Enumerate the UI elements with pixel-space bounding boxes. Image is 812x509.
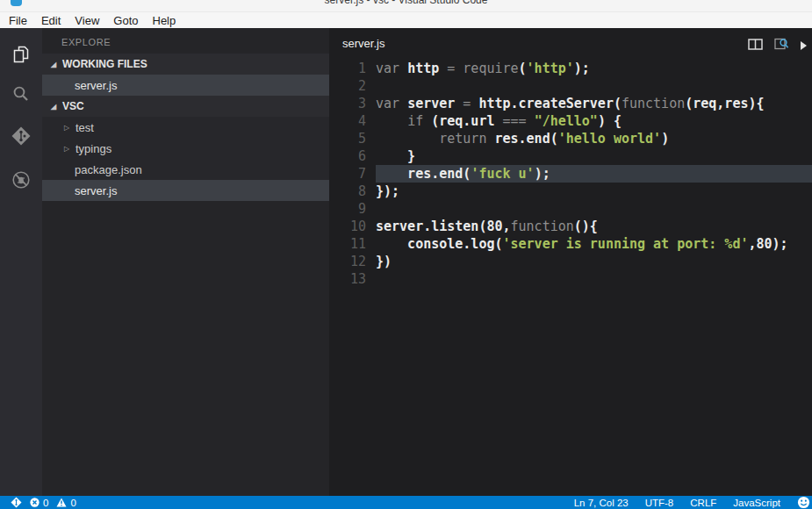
tree-item-label: package.json bbox=[42, 163, 142, 176]
editor-pane: server.js bbox=[329, 28, 812, 496]
line-number: 9 bbox=[329, 200, 376, 218]
cursor-position[interactable]: Ln 7, Col 23 bbox=[574, 498, 629, 508]
code-line-3[interactable]: 3var server = http.createServer(function… bbox=[329, 95, 812, 112]
line-number: 12 bbox=[329, 253, 376, 270]
menu-help[interactable]: Help bbox=[151, 14, 178, 27]
line-content: }) bbox=[376, 253, 812, 270]
section-working-files[interactable]: ◢WORKING FILES bbox=[42, 54, 329, 75]
line-content: } bbox=[376, 147, 812, 165]
code-line-4[interactable]: 4 if (req.url === "/hello") { bbox=[329, 112, 812, 130]
code-line-2[interactable]: 2 bbox=[329, 77, 812, 95]
line-content: console.log('server is running at port: … bbox=[376, 235, 812, 253]
line-content bbox=[376, 270, 812, 288]
line-number: 3 bbox=[329, 95, 376, 112]
warning-icon bbox=[56, 498, 67, 507]
line-number: 13 bbox=[329, 270, 376, 288]
file-tree: ◢WORKING FILESserver.js◢VSC▷test▷typings… bbox=[42, 54, 329, 201]
tree-item-server-js[interactable]: server.js bbox=[42, 75, 329, 96]
line-number: 10 bbox=[329, 218, 376, 235]
git-status-icon[interactable] bbox=[11, 497, 22, 508]
code-area[interactable]: 1var http = require('http');23var server… bbox=[329, 60, 812, 288]
line-content: var server = http.createServer(function(… bbox=[376, 95, 812, 112]
tab-server-js[interactable]: server.js bbox=[342, 37, 384, 50]
line-number: 8 bbox=[329, 183, 376, 200]
main-area: EXPLORE ◢WORKING FILESserver.js◢VSC▷test… bbox=[0, 28, 812, 496]
code-line-9[interactable]: 9 bbox=[329, 200, 812, 218]
tree-item-label: WORKING FILES bbox=[62, 58, 147, 70]
warning-count-label: 0 bbox=[70, 498, 75, 508]
code-line-6[interactable]: 6 } bbox=[329, 147, 812, 165]
line-number: 2 bbox=[329, 77, 376, 95]
preview-search-icon[interactable] bbox=[774, 37, 789, 54]
code-line-5[interactable]: 5 return res.end('hello world') bbox=[329, 130, 812, 147]
line-number: 5 bbox=[329, 130, 376, 147]
chevron-expanded-icon: ◢ bbox=[51, 61, 62, 68]
chevron-collapsed-icon: ▷ bbox=[64, 124, 75, 132]
error-count-label: 0 bbox=[43, 498, 48, 508]
language-indicator[interactable]: JavaScript bbox=[733, 498, 780, 508]
tree-item-label: test bbox=[75, 121, 94, 134]
line-content: res.end('fuck u'); bbox=[376, 165, 812, 183]
menu-edit[interactable]: Edit bbox=[40, 14, 62, 27]
line-content bbox=[376, 200, 812, 218]
tree-item-label: server.js bbox=[42, 184, 117, 197]
tree-item-test[interactable]: ▷test bbox=[42, 117, 329, 138]
tree-item-server-js[interactable]: server.js bbox=[42, 180, 329, 201]
line-content: return res.end('hello world') bbox=[376, 130, 812, 147]
status-bar-left: 0 0 bbox=[11, 496, 76, 509]
vscode-window: server.js - vsc - Visual Studio Code Fil… bbox=[0, 0, 812, 509]
error-icon bbox=[30, 498, 40, 507]
editor-tab-bar: server.js bbox=[329, 28, 812, 60]
line-content: var http = require('http'); bbox=[376, 60, 812, 77]
debug-icon[interactable] bbox=[11, 169, 32, 190]
line-number: 1 bbox=[329, 60, 376, 77]
code-line-7[interactable]: 7 res.end('fuck u'); bbox=[329, 165, 812, 183]
sidebar-title: EXPLORE bbox=[42, 28, 329, 54]
tree-item-typings[interactable]: ▷typings bbox=[42, 138, 329, 159]
editor-actions bbox=[748, 37, 807, 54]
tree-item-label: VSC bbox=[62, 100, 84, 112]
overflow-chevron-icon[interactable] bbox=[801, 41, 807, 50]
status-bar-right: Ln 7, Col 23 UTF-8 CRLF JavaScript bbox=[574, 496, 810, 509]
tree-item-package-json[interactable]: package.json bbox=[42, 159, 329, 180]
error-count[interactable]: 0 bbox=[30, 498, 48, 508]
line-number: 11 bbox=[329, 235, 376, 253]
line-number: 4 bbox=[329, 112, 376, 130]
encoding-indicator[interactable]: UTF-8 bbox=[645, 498, 674, 508]
git-icon[interactable] bbox=[11, 125, 32, 147]
explorer-icon[interactable] bbox=[11, 44, 32, 65]
code-line-10[interactable]: 10server.listen(80,function(){ bbox=[329, 218, 812, 235]
section-vsc[interactable]: ◢VSC bbox=[42, 96, 329, 117]
code-line-12[interactable]: 12}) bbox=[329, 253, 812, 270]
menu-view[interactable]: View bbox=[73, 14, 101, 27]
window-title: server.js - vsc - Visual Studio Code bbox=[0, 0, 812, 6]
code-line-13[interactable]: 13 bbox=[329, 270, 812, 288]
title-bar: server.js - vsc - Visual Studio Code bbox=[0, 0, 812, 11]
line-number: 7 bbox=[329, 165, 376, 183]
code-line-8[interactable]: 8}); bbox=[329, 183, 812, 200]
chevron-expanded-icon: ◢ bbox=[51, 103, 62, 111]
line-number: 6 bbox=[329, 147, 376, 165]
menu-file[interactable]: File bbox=[7, 14, 29, 27]
sidebar-explorer: EXPLORE ◢WORKING FILESserver.js◢VSC▷test… bbox=[42, 28, 329, 496]
line-content: if (req.url === "/hello") { bbox=[376, 112, 812, 130]
tree-item-label: typings bbox=[75, 142, 111, 155]
line-content bbox=[376, 77, 812, 95]
eol-indicator[interactable]: CRLF bbox=[690, 498, 716, 508]
line-content: }); bbox=[376, 183, 812, 200]
tree-item-label: server.js bbox=[42, 79, 117, 92]
feedback-smiley-icon[interactable] bbox=[797, 496, 810, 509]
search-icon[interactable] bbox=[11, 83, 32, 104]
menu-bar: FileEditViewGotoHelp bbox=[0, 11, 812, 28]
split-editor-icon[interactable] bbox=[748, 38, 763, 54]
status-bar: 0 0 Ln 7, Col 23 UTF-8 CRLF JavaScript bbox=[0, 496, 812, 509]
code-line-1[interactable]: 1var http = require('http'); bbox=[329, 60, 812, 77]
chevron-collapsed-icon: ▷ bbox=[64, 145, 75, 153]
warning-count[interactable]: 0 bbox=[56, 498, 75, 508]
activity-bar bbox=[0, 28, 42, 496]
menu-goto[interactable]: Goto bbox=[111, 14, 140, 27]
line-content: server.listen(80,function(){ bbox=[376, 218, 812, 235]
code-line-11[interactable]: 11 console.log('server is running at por… bbox=[329, 235, 812, 253]
